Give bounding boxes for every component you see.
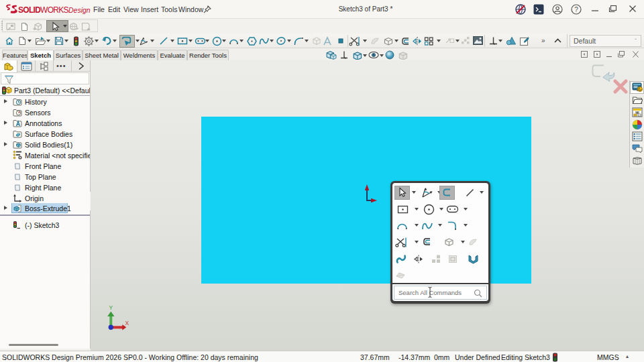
svg-text:SOLID: SOLID (18, 5, 41, 15)
svg-text:WORKS: WORKS (40, 5, 69, 15)
svg-text:Design: Design (68, 6, 91, 14)
svg-text:X: X (125, 320, 129, 326)
svg-text:?: ? (574, 6, 578, 13)
svg-text:Y: Y (109, 304, 113, 311)
